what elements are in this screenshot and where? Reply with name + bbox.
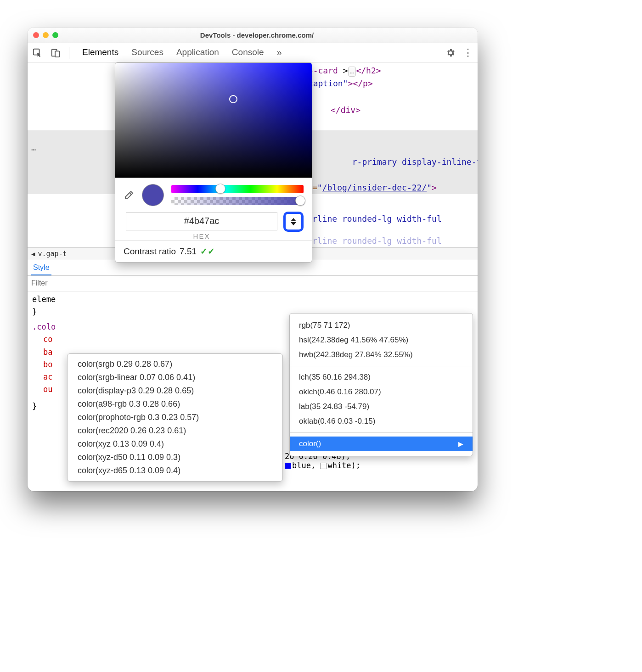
saturation-value-field[interactable] <box>115 63 312 178</box>
color-swatch-icon[interactable] <box>285 463 291 469</box>
tab-sources[interactable]: Sources <box>131 47 163 58</box>
menu-item-color-fn[interactable]: color() ▶ <box>290 437 473 451</box>
tab-styles[interactable]: Style <box>31 261 51 275</box>
styles-filter-row <box>28 276 478 291</box>
menu-item-lab[interactable]: lab(35 24.83 -54.79) <box>290 399 473 414</box>
hex-input[interactable] <box>126 212 277 230</box>
menu-item-display-p3[interactable]: color(display-p3 0.29 0.28 0.65) <box>68 384 282 398</box>
close-window-icon[interactable] <box>33 32 39 38</box>
color-format-menu: rgb(75 71 172) hsl(242.38deg 41.56% 47.6… <box>289 313 473 456</box>
menu-item-prophoto-rgb[interactable]: color(prophoto-rgb 0.3 0.23 0.57) <box>68 411 282 424</box>
contrast-value: 7.51 <box>180 246 197 257</box>
tab-console[interactable]: Console <box>232 47 264 58</box>
contrast-pass-icon: ✓✓ <box>200 246 215 257</box>
menu-item-a98-rgb[interactable]: color(a98-rgb 0.3 0.28 0.66) <box>68 398 282 411</box>
devtools-toolbar: Elements Sources Application Console » ⋮ <box>28 43 478 62</box>
inspect-element-icon[interactable] <box>32 48 42 58</box>
menu-item-xyz[interactable]: color(xyz 0.13 0.09 0.4) <box>68 437 282 451</box>
color-picker-popover: HEX Contrast ratio 7.51 ✓✓ <box>115 62 312 263</box>
hue-slider[interactable] <box>171 185 304 193</box>
dom-link[interactable]: /blog/insider-dec-22/ <box>322 183 427 192</box>
menu-item-xyz-d65[interactable]: color(xyz-d65 0.13 0.09 0.4) <box>68 464 282 477</box>
devtools-window: DevTools - developer.chrome.com/ Element… <box>28 28 478 491</box>
contrast-row[interactable]: Contrast ratio 7.51 ✓✓ <box>115 240 312 262</box>
menu-item-oklab[interactable]: oklab(0.46 0.03 -0.15) <box>290 414 473 429</box>
selected-row-marker-icon: ⋯ <box>31 143 36 156</box>
menu-item-hsl[interactable]: hsl(242.38deg 41.56% 47.65%) <box>290 333 473 347</box>
tab-application[interactable]: Application <box>176 47 219 58</box>
more-tabs-icon[interactable]: » <box>277 47 282 58</box>
panel-tabs: Elements Sources Application Console » <box>82 47 282 58</box>
caret-up-icon <box>291 218 296 221</box>
window-titlebar: DevTools - developer.chrome.com/ <box>28 28 478 43</box>
hue-thumb-icon[interactable] <box>215 184 225 194</box>
sv-cursor-icon[interactable] <box>229 95 237 103</box>
menu-item-lch[interactable]: lch(35 60.16 294.38) <box>290 370 473 385</box>
menu-item-oklch[interactable]: oklch(0.46 0.16 280.07) <box>290 385 473 399</box>
format-switcher-button[interactable] <box>283 212 304 232</box>
eyedropper-icon[interactable] <box>124 190 135 201</box>
menu-item-rgb[interactable]: rgb(75 71 172) <box>290 318 473 333</box>
styles-pane-tabs: Style <box>28 260 478 276</box>
menu-item-srgb-linear[interactable]: color(srgb-linear 0.07 0.06 0.41) <box>68 371 282 384</box>
alpha-slider[interactable] <box>171 197 304 205</box>
alpha-thumb-icon[interactable] <box>295 196 305 206</box>
window-title: DevTools - developer.chrome.com/ <box>42 31 472 39</box>
device-toggle-icon[interactable] <box>51 48 61 58</box>
hex-label: HEX <box>193 232 210 240</box>
breadcrumb-item[interactable]: v.gap-t <box>38 250 67 258</box>
color-swatch-icon[interactable] <box>320 463 327 469</box>
caret-down-icon <box>291 222 296 225</box>
rule-selector[interactable]: eleme <box>32 293 473 306</box>
css-value[interactable]: blue, white); <box>285 461 360 470</box>
contrast-label: Contrast ratio <box>124 246 176 257</box>
more-menu-icon[interactable]: ⋮ <box>463 47 473 59</box>
menu-item-rec2020[interactable]: color(rec2020 0.26 0.23 0.61) <box>68 424 282 437</box>
menu-item-hwb[interactable]: hwb(242.38deg 27.84% 32.55%) <box>290 347 473 362</box>
color-fn-submenu: color(srgb 0.29 0.28 0.67) color(srgb-li… <box>67 353 283 482</box>
menu-item-srgb[interactable]: color(srgb 0.29 0.28 0.67) <box>68 358 282 371</box>
breadcrumb-prev-icon[interactable]: ◀ <box>31 250 35 258</box>
styles-filter-input[interactable] <box>31 279 474 287</box>
svg-rect-2 <box>55 51 59 57</box>
collapsed-content-icon[interactable]: … <box>348 67 356 77</box>
tab-elements[interactable]: Elements <box>82 47 118 58</box>
menu-item-xyz-d50[interactable]: color(xyz-d50 0.11 0.09 0.3) <box>68 451 282 464</box>
submenu-caret-icon: ▶ <box>458 440 463 448</box>
current-color-swatch[interactable] <box>142 184 164 206</box>
settings-icon[interactable] <box>445 48 456 58</box>
